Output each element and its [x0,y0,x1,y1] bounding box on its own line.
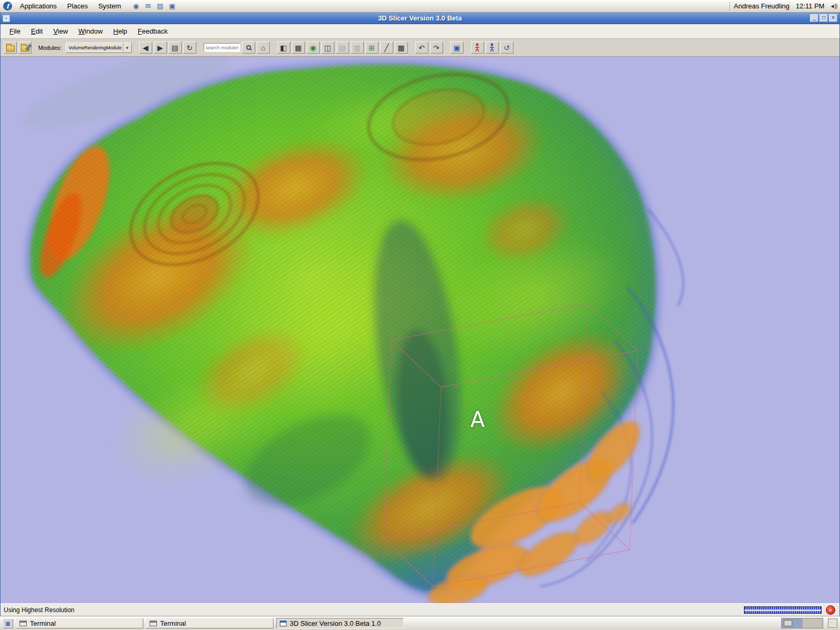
module-selector[interactable]: VolumeRenderingModule ▾ [66,43,132,53]
places-menu[interactable]: Places [62,1,92,12]
transforms-button[interactable]: ↺ [500,41,513,54]
maximize-button[interactable]: □ [820,14,828,22]
clock[interactable]: 12:11 PM [796,2,825,10]
workspace-1[interactable] [782,618,802,628]
windows-launcher-icon[interactable]: ▣ [167,1,177,11]
progress-bar [744,606,822,614]
logged-in-user[interactable]: Andreas Freudling [734,2,790,10]
volume-rendering [1,57,839,603]
chevron-down-icon[interactable]: ▾ [123,43,131,52]
menu-edit[interactable]: Edit [26,25,47,37]
menu-window[interactable]: Window [74,25,107,37]
printer-launcher-icon[interactable]: ▤ [155,1,165,11]
system-menu[interactable]: System [93,1,125,12]
task-slicer[interactable]: 3D Slicer Version 3.0 Beta 1.0 [276,618,404,628]
cancel-button[interactable]: × [826,605,835,615]
layout-tabbed-slice-button[interactable]: ▥ [351,41,364,54]
show-desktop-icon[interactable]: ▦ [3,618,13,628]
panel-launchers: ◉ ✉ ▤ ▣ [131,1,177,11]
fiducial-add-button[interactable] [471,41,484,54]
taskbar: ▦ Terminal Terminal 3D Slicer Version 3.… [0,616,840,630]
layout-lightbox-button[interactable]: ▩ [395,41,408,54]
panel-applet-icon[interactable] [828,618,837,628]
gnome-panel: f Applications Places System ◉ ✉ ▤ ▣ And… [0,0,840,13]
person-red-icon [474,43,480,52]
selected-module: VolumeRenderingModule [69,45,123,50]
module-next-button[interactable]: ▶ [154,41,167,54]
desktop: f Applications Places System ◉ ✉ ▤ ▣ And… [0,0,840,630]
open-folder-icon [6,46,15,51]
task-label: Terminal [160,620,186,627]
minimize-button[interactable]: _ [810,14,818,22]
search-icon [246,45,251,50]
window-menu-icon[interactable]: ▪ [3,15,10,22]
menu-help[interactable]: Help [109,25,132,37]
module-history-button[interactable]: ▤ [169,41,182,54]
person-blue-icon [489,43,495,52]
save-scene-button[interactable] [18,41,32,54]
terminal-icon [19,621,27,626]
distro-logo-icon[interactable]: f [3,2,12,10]
layout-conventional-button[interactable]: ◧ [277,41,290,54]
mail-launcher-icon[interactable]: ✉ [143,1,153,11]
undo-button[interactable]: ↶ [415,41,428,54]
menu-view[interactable]: View [48,25,72,37]
status-message: Using Highest Resolution [4,606,740,614]
volume-render-view[interactable]: A [1,57,839,603]
applications-menu[interactable]: Applications [15,1,61,12]
redo-button[interactable]: ↷ [430,41,443,54]
menu-file[interactable]: File [5,25,25,37]
fiducial-select-button[interactable] [486,41,499,54]
module-search-input[interactable] [204,43,240,52]
task-terminal-2[interactable]: Terminal [146,618,274,628]
save-folder-icon [21,46,29,51]
home-module-button[interactable]: ⌂ [257,41,270,54]
task-label: 3D Slicer Version 3.0 Beta 1.0 [290,620,381,627]
modules-label: Modules: [38,45,62,51]
load-scene-button[interactable] [4,41,17,54]
browser-launcher-icon[interactable]: ◉ [131,1,141,11]
module-back-button[interactable]: ◀ [139,41,152,54]
close-button[interactable]: × [829,14,837,22]
slicer-window: ▪ 3D Slicer Version 3.0 Beta _ □ × File … [0,13,840,616]
menubar: File Edit View Window Help Feedback [1,24,839,39]
workspace-2[interactable] [802,618,823,628]
module-refresh-button[interactable]: ↻ [183,41,196,54]
layout-slash-button[interactable]: ╱ [380,41,393,54]
task-label: Terminal [30,620,56,627]
screenshot-button[interactable]: ▣ [450,41,464,54]
workspace-switcher[interactable] [781,618,823,628]
layout-fourup-button[interactable]: ▦ [292,41,305,54]
titlebar[interactable]: ▪ 3D Slicer Version 3.0 Beta _ □ × [1,13,839,24]
statusbar: Using Highest Resolution × [1,603,839,616]
terminal-icon [150,621,157,626]
window-title: 3D Slicer Version 3.0 Beta [1,14,839,22]
slicer-window-icon [280,621,287,626]
layout-3d-only-button[interactable]: ◉ [307,41,320,54]
layout-compare-button[interactable]: ⊞ [365,41,379,54]
task-terminal-1[interactable]: Terminal [16,618,143,628]
layout-tabbed-3d-button[interactable]: ▤ [336,41,349,54]
layout-3d-slices-button[interactable]: ◫ [321,41,334,54]
search-button[interactable] [242,41,255,54]
menu-feedback[interactable]: Feedback [133,25,172,37]
toolbar: Modules: VolumeRenderingModule ▾ ◀ ▶ ▤ ↻… [1,39,839,57]
window-controls: _ □ × [810,14,837,22]
volume-speaker-icon[interactable]: ◄)) [830,3,837,9]
panel-separator [729,2,730,10]
